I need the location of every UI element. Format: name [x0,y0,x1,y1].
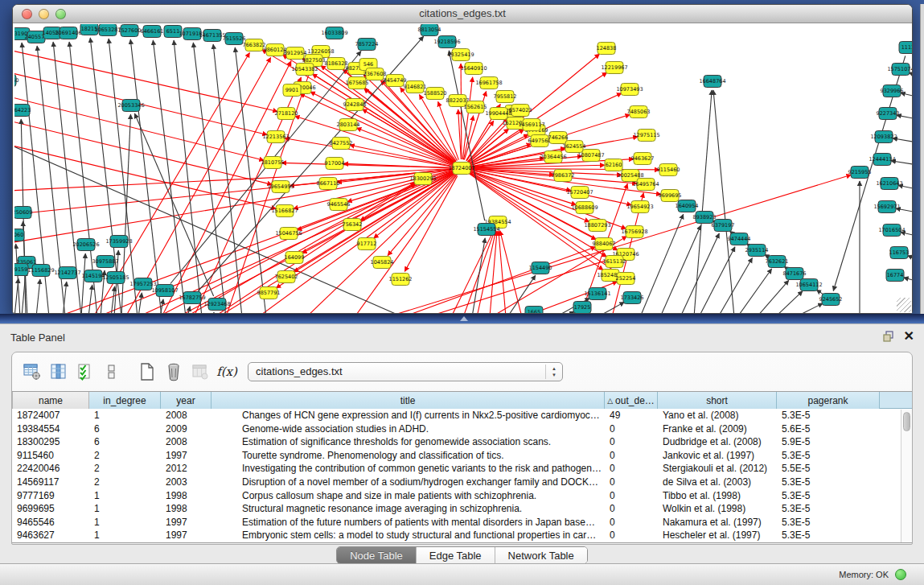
graph-node-t[interactable]: 9329966 [881,85,904,97]
column-header-name[interactable]: name [12,392,89,409]
cell-title[interactable]: Changes of HCN gene expression and I(f) … [211,409,605,422]
cell-name[interactable]: 9463627 [12,529,89,542]
cell-year[interactable]: 1998 [161,502,211,516]
graph-node-y[interactable]: 9901 [283,84,301,97]
table-row[interactable]: 1938455462009Genome-wide association stu… [12,422,912,436]
graph-node-t[interactable]: 8938923 [693,212,717,224]
graph-node-t[interactable]: 164223 [14,105,31,117]
graph-node-y[interactable]: 9699695 [659,190,682,202]
graph-node-t[interactable]: 1640954 [676,200,699,212]
cell-outde[interactable]: 0 [605,422,658,436]
cell-short[interactable]: Yano et al. (2008) [658,409,777,422]
graph-node-y[interactable]: 1588520 [424,88,447,100]
graph-node-y[interactable]: 19654923 [626,201,653,213]
column-header-outde[interactable]: △out_de… [605,392,658,409]
cell-outde[interactable]: 0 [605,476,658,489]
column-header-title[interactable]: title [211,392,605,409]
graph-node-t[interactable]: 116753 [889,247,910,259]
cell-year[interactable]: 2008 [161,435,211,449]
graph-node-y[interactable]: 15720407 [566,187,593,199]
graph-node-y[interactable]: 252254 [616,273,636,285]
graph-node-y[interactable]: 8427552 [330,138,353,150]
column-header-indegree[interactable]: in_degree [89,392,161,409]
table-row[interactable]: 969969511998Structural magnetic resonanc… [12,502,912,516]
vertical-scrollbar[interactable] [901,410,912,542]
cell-short[interactable]: Stergiakouli et al. (2012) [658,462,777,476]
graph-node-t[interactable]: 1154490 [529,262,552,274]
table-selector-dropdown[interactable]: citations_edges.txt ▲▼ [248,362,563,381]
cell-pagerank[interactable]: 5.3E-5 [777,476,880,489]
graph-node-y[interactable]: 1045824 [371,257,394,269]
cell-pagerank[interactable]: 5.3E-5 [777,529,880,542]
graph-node-y[interactable]: 164099 [285,252,305,264]
graph-node-y[interactable]: 62160 [605,159,622,171]
cell-name[interactable]: 9465546 [12,516,89,529]
cell-title[interactable]: Embryonic stem cells: a model to study s… [211,529,605,542]
table-row[interactable]: 1456911722003Disruption of a novel membe… [12,476,912,489]
cell-short[interactable]: de Silva et al. (2003) [658,476,777,489]
cell-pagerank[interactable]: 5.9E-5 [777,435,880,449]
graph-node-y[interactable]: 10688609 [571,202,598,214]
graph-node-y[interactable]: 8186328 [325,58,348,70]
resize-grip[interactable] [897,298,911,312]
table-row[interactable]: 1872400712008Changes of HCN gene express… [12,409,912,422]
graph-node-t[interactable]: 39159 [14,264,28,276]
graph-node-t[interactable]: 9215955 [848,167,872,179]
table-row[interactable]: 977716911998Corpus callosum shape and si… [12,489,912,503]
table-row[interactable]: 946362711997Embryonic stem cells: a mode… [12,529,912,542]
cell-year[interactable]: 1998 [161,489,211,503]
graph-node-y[interactable]: 7663822 [243,39,266,51]
import-table-icon[interactable] [188,360,212,384]
graph-node-y[interactable]: 2718120 [275,108,298,120]
cell-name[interactable]: 9115460 [12,449,89,463]
cell-pagerank[interactable]: 5.3E-5 [777,516,880,529]
column-header-short[interactable]: short [658,392,777,409]
cell-outde[interactable]: 0 [605,462,658,476]
graph-node-t[interactable]: 20206526 [72,239,99,251]
cell-title[interactable]: Corpus callosum shape and size in male p… [211,489,605,503]
cell-name[interactable]: 18724007 [12,409,89,422]
cell-indegree[interactable]: 6 [89,435,161,449]
graph-node-y[interactable]: 12975115 [633,130,659,142]
graph-node-y[interactable]: 15166827 [271,205,298,217]
network-canvas[interactable]: 1872400718300295193845549115460224200469… [14,24,912,313]
cell-name[interactable]: 19384554 [12,422,89,436]
cell-pagerank[interactable]: 5.3E-5 [777,409,880,422]
graph-node-t[interactable]: 1527600 [118,25,142,37]
cell-year[interactable]: 2008 [161,409,211,422]
graph-node-y[interactable]: 9242848 [343,99,367,111]
cell-pagerank[interactable]: 5.5E-5 [777,462,880,476]
graph-node-y[interactable]: 756342 [343,219,363,231]
graph-node-y[interactable]: 7485063 [627,106,651,118]
cell-indegree[interactable]: 2 [89,476,161,489]
graph-node-y[interactable]: 6574023 [509,105,532,117]
graph-node-y[interactable]: 917004 [325,158,345,170]
table-row[interactable]: 911546021997Tourette syndrome. Phenomeno… [12,449,912,463]
graph-node-y[interactable]: 1810755 [261,157,285,169]
cell-pagerank[interactable]: 5.6E-5 [777,422,880,436]
row-height-icon[interactable] [100,360,124,384]
graph-node-y[interactable]: 746266 [548,132,569,144]
cell-title[interactable]: Investigating the contribution of common… [211,462,605,476]
cell-title[interactable]: Tourette syndrome. Phenomenology and cla… [211,449,605,463]
graph-node-t[interactable]: 1733426 [621,292,644,304]
graph-node-y[interactable]: 9463627 [631,153,655,165]
graph-node-t[interactable]: 10654112 [795,279,822,291]
graph-node-t[interactable]: 16774 [886,270,904,282]
cell-name[interactable]: 9699695 [12,502,89,516]
cell-year[interactable]: 2009 [161,422,211,436]
graph-node-y[interactable]: 19654955 [267,181,294,193]
graph-node-y[interactable]: 124838 [597,43,617,55]
cell-short[interactable]: Jankovic et al. (1997) [658,449,777,463]
cell-name[interactable]: 14569117 [12,476,89,489]
table-row[interactable]: 946554611997Estimation of the future num… [12,516,912,529]
cell-pagerank[interactable]: 5.3E-5 [777,502,880,516]
column-visibility-icon[interactable] [47,360,71,384]
graph-node-y[interactable]: 7625402 [275,271,298,283]
tab-node-table[interactable]: Node Table [337,547,417,563]
graph-node-t[interactable]: 15136141 [584,288,610,300]
cell-name[interactable]: 22420046 [12,462,89,476]
splitter-handle-icon[interactable] [460,316,468,321]
table-row[interactable]: 1830029562008Estimation of significance … [12,435,912,449]
cell-year[interactable]: 1997 [161,516,211,529]
